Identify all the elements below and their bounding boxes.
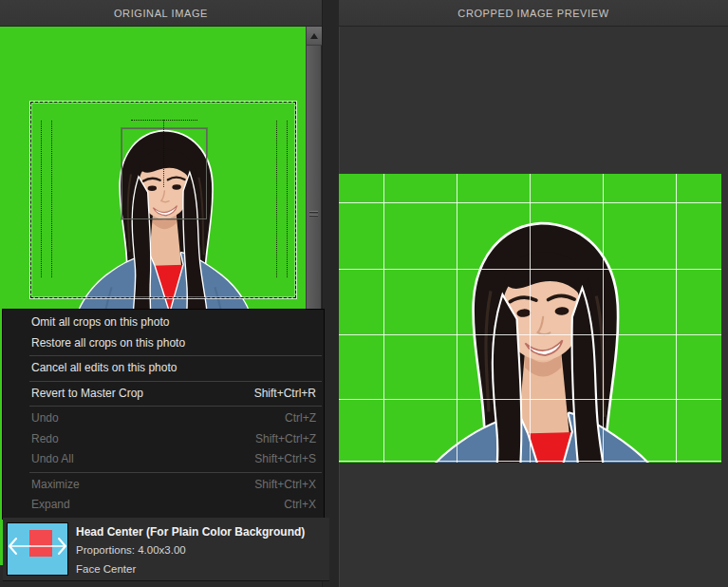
grid-line — [339, 399, 721, 400]
portrait-woman-photo-cropped — [390, 200, 692, 463]
scrollbar-thumb-grip[interactable] — [309, 209, 318, 218]
crop-region-marker — [29, 530, 52, 557]
crop-preset-proportions: Proportions: 4.00x3.00 — [76, 540, 324, 559]
grid-line — [339, 269, 721, 270]
crop-context-menu: Omit all crops on this photo Restore all… — [2, 309, 325, 520]
crop-guide-line — [41, 121, 42, 277]
grid-line — [530, 174, 531, 463]
original-image-title: ORIGINAL IMAGE — [114, 8, 208, 19]
cropped-preview-title: CROPPED IMAGE PREVIEW — [457, 8, 608, 19]
crop-guide-line — [51, 121, 52, 277]
crop-preset-details: Head Center (For Plain Color Background)… — [76, 523, 324, 578]
menu-item-revert-to-master-crop[interactable]: Revert to Master Crop Shift+Ctrl+R — [3, 384, 324, 405]
grid-line — [457, 174, 457, 463]
menu-separator — [29, 406, 322, 407]
head-top-guide-line — [131, 120, 197, 121]
menu-item-undo-all: Undo All Shift+Ctrl+S — [3, 449, 324, 470]
menu-item-omit-all-crops[interactable]: Omit all crops on this photo — [3, 312, 324, 333]
cropped-image-preview-canvas — [339, 174, 721, 463]
horizontal-double-arrow-icon — [8, 523, 67, 575]
menu-separator — [29, 355, 322, 356]
crop-tool-window: { "left_panel": { "title": "ORIGINAL IMA… — [0, 0, 728, 587]
menu-item-restore-all-crops[interactable]: Restore all crops on this photo — [3, 333, 324, 354]
menu-item-expand: Expand Ctrl+X — [3, 495, 324, 516]
scroll-up-icon — [310, 33, 318, 39]
crop-preset-thumbnail — [7, 522, 68, 576]
menu-separator — [29, 472, 322, 473]
crop-guide-line — [287, 121, 288, 277]
grid-line — [339, 461, 721, 462]
menu-separator — [29, 381, 322, 382]
original-image-panel-header: ORIGINAL IMAGE — [0, 0, 322, 27]
grid-line — [676, 174, 677, 463]
menu-item-cancel-all-edits[interactable]: Cancel all edits on this photo — [3, 358, 324, 379]
cropped-preview-panel-header: CROPPED IMAGE PREVIEW — [339, 0, 728, 27]
crop-guide-line — [276, 121, 277, 277]
menu-item-redo: Redo Shift+Ctrl+Z — [3, 429, 324, 450]
menu-item-undo: Undo Ctrl+Z — [3, 408, 324, 429]
grid-line — [603, 174, 604, 463]
grid-line — [339, 334, 721, 335]
crop-preset-face-mode: Face Center — [76, 559, 324, 578]
crop-preset-list-item[interactable]: Head Center (For Plain Color Background)… — [3, 518, 329, 581]
scroll-up-button[interactable] — [307, 27, 322, 46]
menu-item-maximize: Maximize Shift+Ctrl+X — [3, 475, 324, 496]
head-crop-box[interactable] — [121, 128, 207, 219]
crop-preset-title: Head Center (For Plain Color Background) — [76, 523, 324, 540]
grid-line — [383, 174, 384, 463]
grid-line — [339, 202, 721, 203]
